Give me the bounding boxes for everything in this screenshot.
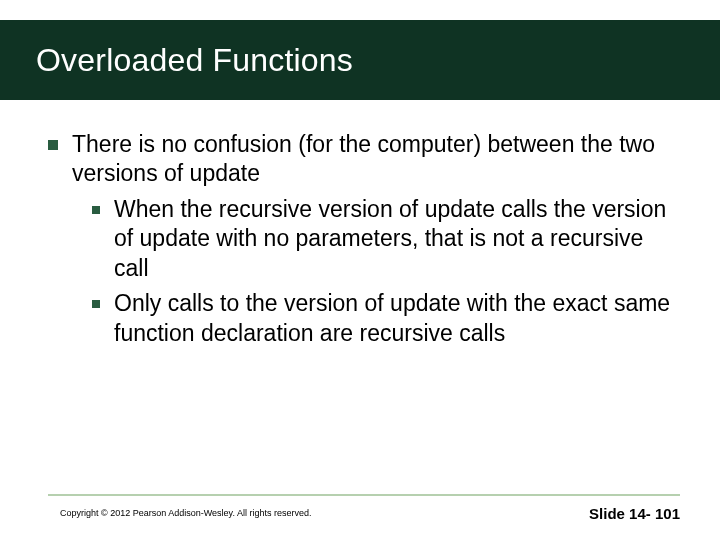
square-bullet-icon xyxy=(92,206,100,214)
title-band: Overloaded Functions xyxy=(0,20,720,100)
copyright-text: Copyright © 2012 Pearson Addison-Wesley.… xyxy=(60,508,311,518)
bullet-level1: There is no confusion (for the computer)… xyxy=(48,130,680,189)
square-bullet-icon xyxy=(48,140,58,150)
slide-body: There is no confusion (for the computer)… xyxy=(48,130,680,354)
bullet-level2: Only calls to the version of update with… xyxy=(92,289,680,348)
bullet-level2: When the recursive version of update cal… xyxy=(92,195,680,283)
bullet-text: There is no confusion (for the computer)… xyxy=(72,130,680,189)
square-bullet-icon xyxy=(92,300,100,308)
slide: Overloaded Functions There is no confusi… xyxy=(0,0,720,540)
slide-title: Overloaded Functions xyxy=(36,42,353,79)
bullet-text: Only calls to the version of update with… xyxy=(114,289,680,348)
footer-divider xyxy=(48,494,680,496)
slide-number: Slide 14- 101 xyxy=(589,505,680,522)
bullet-text: When the recursive version of update cal… xyxy=(114,195,680,283)
